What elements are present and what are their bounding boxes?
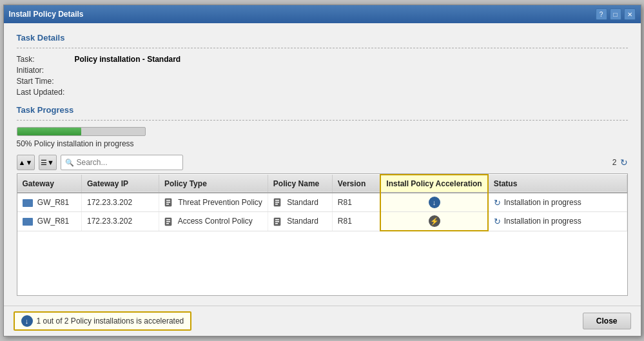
gateway-icon-2 [23, 218, 33, 226]
svg-rect-10 [166, 221, 170, 222]
cell-gateway-ip-1: 172.23.3.202 [82, 193, 159, 212]
table-row[interactable]: GW_R81 172.23.3.202 Threat Prevention Po… [17, 193, 627, 212]
acceleration-icon-2: ⚡ [429, 215, 440, 227]
search-icon: 🔍 [65, 159, 74, 167]
cell-acceleration-2: ⚡ [380, 212, 487, 231]
refresh-icon[interactable]: ↻ [620, 157, 628, 168]
policy-name-icon-2 [273, 217, 282, 226]
search-input[interactable] [77, 158, 179, 167]
cell-policy-name-1: Standard [268, 193, 332, 212]
svg-rect-9 [166, 219, 170, 220]
expand-icon: ▲▼ [19, 159, 33, 166]
col-header-install-policy: Install Policy Acceleration [380, 175, 487, 193]
svg-rect-1 [166, 200, 170, 201]
policy-type-icon-2 [164, 217, 173, 226]
task-row-start: Start Time: [17, 77, 628, 86]
status-refresh-icon-1: ↻ [494, 198, 501, 208]
notice-text: 1 out of 2 Policy installations is accel… [37, 317, 184, 326]
col-header-gateway: Gateway [17, 175, 82, 193]
task-label: Task: [17, 55, 75, 64]
col-header-version: Version [332, 175, 380, 193]
task-row-initiator: Initiator: [17, 66, 628, 75]
expand-button[interactable]: ▲▼ [17, 155, 35, 170]
col-header-status: Status [488, 175, 627, 193]
start-time-label: Start Time: [17, 77, 75, 86]
svg-rect-15 [275, 223, 278, 224]
count-refresh: 2 ↻ [612, 157, 628, 168]
cell-gateway-2: GW_R81 [17, 212, 82, 231]
last-updated-label: Last Updated: [17, 88, 75, 97]
install-policy-dialog: Install Policy Details ? □ ✕ Task Detail… [3, 5, 641, 336]
status-refresh-icon-2: ↻ [494, 217, 501, 226]
progress-status-text: 50% Policy installation in progress [17, 139, 628, 148]
task-details-divider [17, 48, 628, 48]
progress-bar-fill [17, 128, 81, 135]
accelerated-notice: ↓ 1 out of 2 Policy installations is acc… [14, 311, 192, 331]
col-header-policy-name: Policy Name [268, 175, 332, 193]
dialog-title: Install Policy Details [9, 10, 84, 19]
initiator-label: Initiator: [17, 66, 75, 75]
filter-button[interactable]: ☰▼ [39, 155, 57, 170]
task-details-title: Task Details [17, 33, 628, 43]
status-installing-2: ↻ Installation in progress [494, 217, 621, 226]
progress-divider [17, 120, 628, 121]
maximize-button[interactable]: □ [610, 8, 621, 20]
help-button[interactable]: ? [596, 8, 607, 20]
cell-gateway-1: GW_R81 [17, 193, 82, 212]
acceleration-icon-1: ↓ [429, 197, 440, 208]
svg-rect-5 [275, 200, 279, 201]
filter-icon: ☰▼ [41, 159, 54, 167]
cell-version-2: R81 [332, 212, 380, 231]
toolbar: ▲▼ ☰▼ 🔍 2 ↻ [17, 155, 628, 170]
svg-rect-14 [275, 221, 279, 222]
table-header-row: Gateway Gateway IP Policy Type Policy Na… [17, 175, 627, 193]
close-title-button[interactable]: ✕ [624, 8, 636, 20]
task-progress-title: Task Progress [17, 105, 628, 115]
col-header-gateway-ip: Gateway IP [82, 175, 159, 193]
bottom-bar: ↓ 1 out of 2 Policy installations is acc… [4, 306, 641, 336]
task-details-section: Task Details Task: Policy installation -… [17, 33, 628, 99]
row-count: 2 [612, 158, 617, 167]
col-header-policy-type: Policy Type [159, 175, 268, 193]
cell-acceleration-1: ↓ [380, 193, 487, 212]
status-installing-1: ↻ Installation in progress [494, 198, 621, 208]
task-row-updated: Last Updated: [17, 88, 628, 97]
task-progress-section: Task Progress 50% Policy installation in… [17, 105, 628, 148]
policy-type-icon-1 [164, 198, 173, 207]
table-row[interactable]: GW_R81 172.23.3.202 Access Control Polic… [17, 212, 627, 231]
cell-policy-type-1: Threat Prevention Policy [159, 193, 268, 212]
svg-rect-11 [166, 223, 169, 224]
svg-rect-2 [166, 202, 170, 203]
cell-version-1: R81 [332, 193, 380, 212]
task-row-task: Task: Policy installation - Standard [17, 55, 628, 64]
close-button[interactable]: Close [583, 313, 631, 329]
cell-policy-type-2: Access Control Policy [159, 212, 268, 231]
title-bar: Install Policy Details ? □ ✕ [4, 5, 641, 23]
cell-policy-name-2: Standard [268, 212, 332, 231]
gateway-icon-1 [23, 199, 33, 207]
title-bar-controls: ? □ ✕ [596, 8, 636, 20]
policy-name-icon-1 [273, 198, 282, 207]
dialog-body: Task Details Task: Policy installation -… [4, 23, 641, 306]
cell-status-1: ↻ Installation in progress [488, 193, 627, 212]
progress-bar-container [17, 127, 146, 136]
cell-status-2: ↻ Installation in progress [488, 212, 627, 231]
svg-rect-13 [275, 219, 279, 220]
policy-table: Gateway Gateway IP Policy Type Policy Na… [17, 174, 627, 231]
table-container: Gateway Gateway IP Policy Type Policy Na… [17, 173, 628, 296]
svg-rect-3 [166, 204, 169, 205]
task-value: Policy installation - Standard [75, 55, 181, 64]
svg-rect-6 [275, 202, 279, 203]
search-box: 🔍 [61, 155, 183, 170]
cell-gateway-ip-2: 172.23.3.202 [82, 212, 159, 231]
notice-icon: ↓ [21, 315, 33, 327]
svg-rect-7 [275, 204, 278, 205]
